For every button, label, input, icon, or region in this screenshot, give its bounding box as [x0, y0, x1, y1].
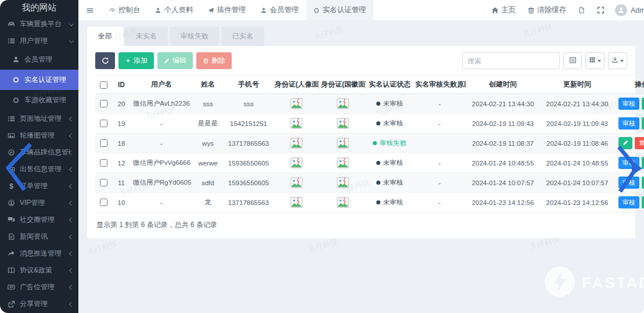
cell-id: 19	[111, 114, 131, 134]
row-edit-button[interactable]	[642, 196, 644, 208]
sidebar-item-0[interactable]: 车辆置换平台	[0, 16, 78, 33]
topbar-tab-4[interactable]: 实名认证管理	[306, 0, 373, 20]
topbar-tab-2[interactable]: 插件管理	[200, 0, 253, 20]
idcard-back-image[interactable]	[337, 157, 349, 168]
detail-view-button[interactable]	[563, 52, 582, 69]
trash-icon	[203, 57, 209, 64]
idcard-back-image[interactable]	[337, 118, 349, 129]
edit-button[interactable]: 编辑	[157, 52, 193, 69]
cell-created: 2024-02-19 11:08:37	[466, 134, 540, 153]
row-checkbox[interactable]	[100, 139, 107, 147]
idcard-front-image[interactable]	[290, 177, 303, 188]
app-window: 我的网站 车辆置换平台用户管理会员管理实名认证管理车源收藏管理页面地址管理轮播图…	[0, 0, 644, 313]
sidebar-item-8[interactable]: 出售信息管理	[0, 161, 78, 178]
topbar-tab-0[interactable]: 控制台	[102, 0, 147, 20]
user-name[interactable]: Admin	[627, 6, 644, 15]
fullscreen-button[interactable]	[591, 6, 610, 14]
cell-phone: 1542151251	[224, 114, 273, 134]
status-badge: 未审核	[376, 119, 404, 128]
refresh-button[interactable]	[95, 52, 115, 69]
add-button[interactable]: 添加	[118, 52, 154, 69]
sidebar-item-6[interactable]: 轮播图管理	[0, 127, 78, 144]
cell-username: 微信用户RgYd0605	[131, 173, 192, 193]
sidebar-item-7[interactable]: P车辆品牌信息管理	[0, 144, 78, 161]
idcard-front-image[interactable]	[290, 138, 303, 149]
columns-button[interactable]	[585, 52, 605, 69]
audit-button[interactable]: 审核	[618, 196, 639, 208]
row-delete-button[interactable]	[635, 137, 644, 149]
row-checkbox[interactable]	[100, 100, 107, 107]
cell-name: wys	[192, 134, 224, 153]
delete-button[interactable]: 删除	[196, 52, 232, 69]
audit-button[interactable]: 审核	[618, 98, 639, 110]
chevron-left-icon	[69, 268, 74, 272]
sidebar-item-11[interactable]: 社交圈管理	[0, 211, 78, 228]
row-select-cell	[95, 173, 111, 193]
sidebar-item-12[interactable]: 新闻资讯	[0, 228, 78, 245]
audit-button[interactable]: 审核	[618, 177, 639, 189]
chevron-left-icon	[69, 200, 74, 205]
plus-icon	[125, 57, 131, 64]
idcard-back-image[interactable]	[337, 98, 349, 109]
row-checkbox[interactable]	[100, 120, 107, 127]
sidebar-item-3[interactable]: 实名认证管理	[0, 70, 78, 90]
content-area: 全部未实名审核失败已实名 添加 编辑 删除	[78, 20, 644, 313]
select-all-checkbox[interactable]	[100, 81, 107, 89]
idcard-front-image[interactable]	[290, 157, 303, 168]
menu-toggle-icon[interactable]	[78, 6, 102, 15]
search-input[interactable]	[462, 52, 560, 69]
sidebar-item-5[interactable]: 页面地址管理	[0, 110, 78, 127]
sidebar-item-16[interactable]: 分享管理	[0, 296, 78, 312]
sidebar-item-2[interactable]: 会员管理	[0, 49, 78, 70]
audit-button[interactable]: 审核	[618, 117, 639, 129]
row-checkbox[interactable]	[100, 199, 107, 206]
sidebar-item-1[interactable]: 用户管理	[0, 33, 78, 49]
topbar-tab-1[interactable]: 个人资料	[147, 0, 200, 20]
audit-button[interactable]: 审核	[618, 157, 639, 169]
cell-created: 2024-02-19 11:09:43	[466, 114, 540, 134]
cell-name: sss	[192, 94, 224, 114]
cell-idcard-front	[273, 173, 319, 193]
topbar-tab-3[interactable]: 会员管理	[253, 0, 306, 20]
filter-tab-2[interactable]: 审核失败	[170, 27, 220, 46]
list-icon	[7, 37, 16, 45]
cell-name: werwe	[192, 153, 224, 173]
sidebar-item-10[interactable]: VIP管理	[0, 195, 78, 211]
idcard-front-image[interactable]	[290, 118, 303, 129]
sidebar-item-9[interactable]: $订单管理	[0, 178, 78, 195]
idcard-back-image[interactable]	[337, 177, 349, 188]
cell-name: 龙	[192, 193, 224, 213]
terminal-switch-button[interactable]	[572, 6, 591, 14]
filter-tab-3[interactable]: 已实名	[221, 27, 264, 46]
row-edit-button[interactable]	[642, 98, 644, 110]
filter-tab-1[interactable]: 未实名	[125, 27, 168, 46]
clear-cache-button[interactable]: 清除缓存	[521, 5, 572, 15]
main-area: 控制台个人资料插件管理会员管理实名认证管理 主页 清除缓存 Admin	[78, 0, 644, 313]
cell-idcard-back	[319, 114, 366, 134]
row-edit-button[interactable]	[642, 157, 644, 169]
home-button[interactable]: 主页	[485, 5, 521, 15]
row-checkbox[interactable]	[100, 159, 107, 167]
chevron-left-icon	[69, 150, 74, 154]
avatar[interactable]	[615, 4, 627, 16]
records-table: ID用户名姓名手机号身份证(人像面)身份证(国徽面)实名认证状态实名审核失败原因…	[95, 75, 644, 213]
sidebar-item-13[interactable]: 消息推送管理	[0, 245, 78, 262]
dollar-icon: $	[7, 182, 16, 190]
row-checkbox[interactable]	[100, 179, 107, 186]
sidebar-item-14[interactable]: 协议&政策	[0, 262, 78, 279]
column-header-3: 姓名	[192, 75, 224, 94]
home-icon	[491, 6, 499, 14]
topbar-tabs: 控制台个人资料插件管理会员管理实名认证管理	[102, 0, 373, 20]
sidebar-item-15[interactable]: AD广告位管理	[0, 279, 78, 296]
filter-tab-0[interactable]: 全部	[87, 27, 123, 46]
idcard-back-image[interactable]	[337, 197, 349, 208]
idcard-front-image[interactable]	[290, 197, 303, 208]
idcard-back-image[interactable]	[337, 138, 349, 149]
idcard-front-image[interactable]	[290, 98, 303, 109]
sidebar-item-4[interactable]: 车源收藏管理	[0, 90, 78, 110]
row-edit-button[interactable]	[642, 177, 644, 189]
row-edit-button[interactable]	[618, 137, 632, 149]
cell-username: 微信用户AvLh2236	[131, 94, 192, 114]
export-button[interactable]	[608, 52, 627, 69]
row-edit-button[interactable]	[642, 117, 644, 129]
